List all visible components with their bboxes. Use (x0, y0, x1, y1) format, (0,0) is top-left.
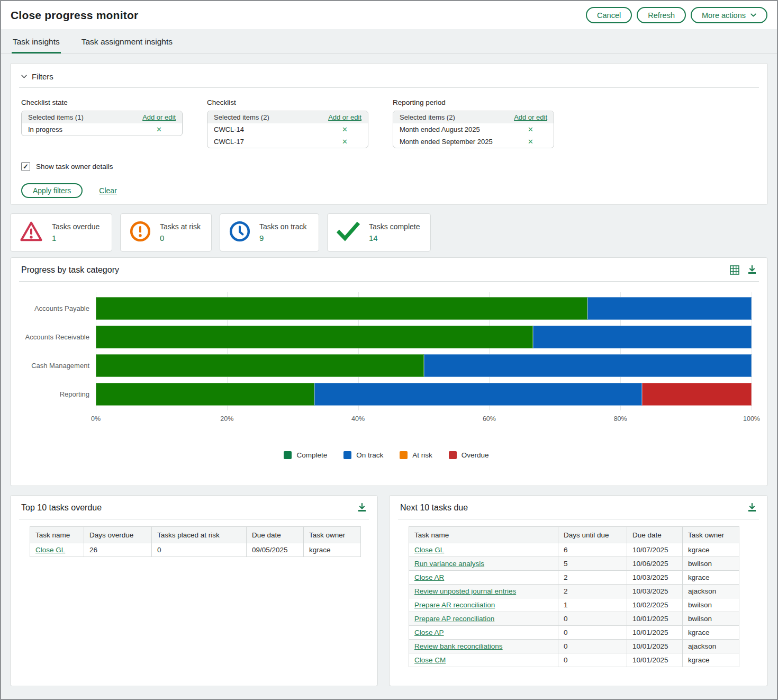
chart-bar-track (96, 326, 752, 348)
apply-filters-button[interactable]: Apply filters (21, 183, 83, 198)
task-link[interactable]: Prepare AP reconciliation (414, 615, 494, 623)
summary-card-label: Tasks complete (369, 222, 420, 231)
next-due-table: Task nameDays until dueDue dateTask owne… (409, 526, 739, 667)
remove-item-icon[interactable]: ✕ (528, 126, 533, 133)
summary-card-label: Tasks overdue (52, 222, 99, 231)
summary-card-value: 9 (259, 234, 306, 243)
chart-toolbar (730, 265, 757, 275)
task-name-cell: Close GL (409, 543, 558, 557)
close-progress-monitor-page: Close progress monitor Cancel Refresh Mo… (0, 0, 778, 700)
table-row: Run variance analysis510/06/2025bwilson (409, 557, 739, 571)
selected-items-header: Selected items (1)Add or edit (22, 111, 182, 123)
task-link[interactable]: Close GL (35, 546, 65, 554)
x-axis-tick-label: 80% (614, 415, 627, 423)
table-row: Review bank reconciliations010/01/2025aj… (409, 640, 739, 653)
summary-cards-row: Tasks overdue1Tasks at risk0Tasks on tra… (10, 213, 768, 252)
selected-items-header: Selected items (2)Add or edit (207, 111, 368, 123)
table-cell: ajackson (683, 640, 739, 653)
chart-category-label: Cash Management (21, 362, 96, 370)
chart-category-row: Accounts Receivable (21, 322, 752, 351)
chart-category-label: Accounts Payable (21, 304, 96, 312)
download-icon[interactable] (747, 265, 757, 275)
next-due-panel: Next 10 tasks due Task nameDays until du… (389, 495, 768, 686)
task-link[interactable]: Review unposted journal entries (414, 587, 516, 595)
bar-segment-complete (96, 297, 587, 320)
column-header: Task name (30, 527, 84, 543)
bar-segment-complete (96, 326, 533, 348)
add-or-edit-link[interactable]: Add or edit (328, 113, 361, 121)
due-panel-title: Next 10 tasks due (400, 503, 468, 513)
summary-card-value: 0 (160, 234, 201, 243)
tab-task-assignment-insights[interactable]: Task assignment insights (80, 29, 174, 53)
summary-card: Tasks overdue1 (10, 213, 112, 252)
task-link[interactable]: Review bank reconciliations (414, 642, 503, 650)
chart-bar-track (96, 297, 752, 320)
bar-segment-on-track (533, 326, 752, 348)
page-content: Filters Checklist stateSelected items (1… (1, 54, 777, 700)
remove-item-icon[interactable]: ✕ (342, 126, 348, 133)
table-cell: 10/03/2025 (627, 585, 683, 598)
chart-legend: CompleteOn trackAt riskOverdue (21, 451, 752, 459)
clear-filters-link[interactable]: Clear (99, 186, 116, 195)
remove-item-icon[interactable]: ✕ (528, 138, 533, 145)
x-axis-tick-label: 100% (743, 415, 760, 423)
table-cell: bwilson (683, 612, 739, 626)
download-icon[interactable] (747, 503, 757, 513)
bar-segment-on-track (424, 354, 752, 377)
table-view-icon[interactable] (730, 265, 739, 275)
table-cell: kgrace (683, 626, 739, 640)
table-cell: 0 (558, 626, 627, 640)
remove-item-icon[interactable]: ✕ (342, 138, 348, 145)
task-link[interactable]: Close GL (414, 546, 444, 554)
app-header: Close progress monitor Cancel Refresh Mo… (1, 1, 777, 29)
checkmark-icon (337, 221, 360, 244)
task-link[interactable]: Close AP (414, 629, 444, 636)
summary-card-label: Tasks on track (259, 222, 306, 231)
column-header: Due date (247, 527, 304, 543)
overdue-panel-divider (19, 519, 369, 519)
legend-item: Complete (284, 451, 327, 459)
task-name-cell: Close AR (409, 571, 558, 585)
selected-item-label: Month ended September 2025 (400, 138, 493, 146)
filter-groups: Checklist stateSelected items (1)Add or … (11, 88, 767, 148)
task-link[interactable]: Run variance analysis (414, 560, 484, 568)
table-cell: 10/01/2025 (627, 653, 683, 667)
table-cell: 0 (558, 640, 627, 653)
remove-item-icon[interactable]: ✕ (156, 126, 162, 133)
chart-title: Progress by task category (21, 265, 119, 275)
add-or-edit-link[interactable]: Add or edit (142, 113, 176, 121)
cancel-button[interactable]: Cancel (586, 7, 632, 23)
refresh-button[interactable]: Refresh (637, 7, 686, 23)
summary-card-label: Tasks at risk (160, 222, 201, 231)
filters-title: Filters (32, 72, 53, 81)
add-or-edit-link[interactable]: Add or edit (514, 113, 547, 121)
column-header: Days until due (558, 527, 627, 543)
chart-rows: Accounts PayableAccounts ReceivableCash … (21, 294, 752, 408)
table-cell: ajackson (683, 585, 739, 598)
filter-group-label: Checklist state (21, 98, 183, 106)
task-link[interactable]: Prepare AR reconciliation (414, 601, 495, 609)
table-cell: 2 (558, 571, 627, 585)
tab-task-insights[interactable]: Task insights (12, 29, 61, 53)
more-actions-button[interactable]: More actions (691, 7, 767, 23)
chart-category-label: Accounts Receivable (21, 333, 96, 341)
column-header: Days overdue (84, 527, 152, 543)
filters-toggle[interactable]: Filters (11, 64, 767, 81)
selected-items-box: Selected items (2)Add or editMonth ended… (393, 111, 554, 148)
task-link[interactable]: Close CM (414, 656, 446, 664)
bar-segment-on-track (587, 297, 752, 320)
show-task-owner-details-checkbox[interactable]: ✓ (21, 162, 30, 171)
selected-item-label: CWCL-14 (214, 125, 244, 133)
table-row: Close GL610/07/2025kgrace (409, 543, 739, 557)
chart-category-row: Cash Management (21, 351, 752, 380)
due-panel-divider (398, 519, 759, 519)
task-name-cell: Review bank reconciliations (409, 640, 558, 653)
task-link[interactable]: Close AR (414, 573, 444, 581)
filter-group: Checklist stateSelected items (1)Add or … (21, 98, 183, 148)
header-buttons: Cancel Refresh More actions (586, 7, 767, 23)
table-cell: 0 (558, 612, 627, 626)
chart-bar-track (96, 354, 752, 377)
selected-item-row: CWCL-17✕ (207, 136, 368, 148)
legend-label: On track (356, 451, 383, 459)
download-icon[interactable] (357, 503, 367, 513)
